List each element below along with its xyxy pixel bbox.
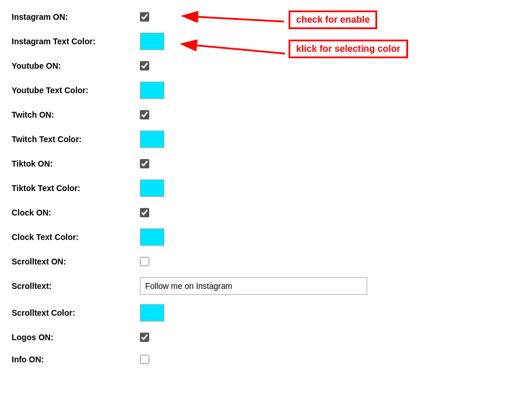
label-clock-on: Clock ON:	[12, 208, 140, 217]
row-twitch-on: Twitch ON:	[12, 104, 508, 126]
checkbox-logos-on[interactable]	[140, 333, 149, 342]
control-clock-color	[140, 228, 164, 246]
control-logos-on	[140, 333, 149, 342]
checkbox-info-on[interactable]	[140, 355, 149, 364]
label-tiktok-color: Tiktok Text Color:	[12, 183, 140, 193]
control-scrolltext	[140, 277, 367, 295]
row-twitch-color: Twitch Text Color:	[12, 126, 508, 153]
control-scrolltext-on	[140, 257, 149, 266]
row-scrolltext-color: Scrolltext Color:	[12, 299, 508, 326]
row-youtube-color: Youtube Text Color:	[12, 77, 508, 104]
control-clock-on	[140, 208, 149, 217]
label-info-on: Info ON:	[12, 355, 140, 364]
row-info-on: Info ON:	[12, 348, 508, 370]
control-tiktok-on	[140, 159, 149, 168]
label-clock-color: Clock Text Color:	[12, 232, 140, 242]
control-tiktok-color	[140, 179, 164, 197]
label-instagram-on: Instagram ON:	[12, 12, 140, 22]
row-scrolltext-on: Scrolltext ON:	[12, 250, 508, 273]
label-instagram-color: Instagram Text Color:	[12, 37, 140, 46]
row-instagram-on: Instagram ON:	[12, 6, 508, 28]
label-scrolltext-on: Scrolltext ON:	[12, 257, 140, 266]
checkbox-youtube-on[interactable]	[140, 61, 149, 70]
row-youtube-on: Youtube ON:	[12, 55, 508, 77]
color-button-twitch-color[interactable]	[140, 130, 164, 148]
label-youtube-on: Youtube ON:	[12, 61, 140, 70]
color-button-youtube-color[interactable]	[140, 82, 164, 99]
color-button-tiktok-color[interactable]	[140, 179, 164, 197]
row-logos-on: Logos ON:	[12, 326, 508, 348]
row-instagram-color: Instagram Text Color:	[12, 28, 508, 55]
checkbox-clock-on[interactable]	[140, 208, 149, 217]
control-twitch-color	[140, 130, 164, 148]
control-info-on	[140, 355, 149, 364]
label-youtube-color: Youtube Text Color:	[12, 86, 140, 95]
label-tiktok-on: Tiktok ON:	[12, 159, 140, 168]
control-youtube-on	[140, 61, 149, 70]
checkbox-scrolltext-on[interactable]	[140, 257, 149, 266]
text-input-scrolltext[interactable]	[140, 277, 367, 295]
checkbox-tiktok-on[interactable]	[140, 159, 149, 168]
control-instagram-color	[140, 33, 164, 50]
row-scrolltext: Scrolltext:	[12, 273, 508, 299]
label-scrolltext: Scrolltext:	[12, 281, 140, 291]
settings-container: Instagram ON:Instagram Text Color:Youtub…	[12, 6, 508, 370]
color-button-clock-color[interactable]	[140, 228, 164, 246]
checkbox-twitch-on[interactable]	[140, 110, 149, 119]
color-button-instagram-color[interactable]	[140, 33, 164, 50]
label-scrolltext-color: Scrolltext Color:	[12, 308, 140, 317]
label-logos-on: Logos ON:	[12, 333, 140, 342]
label-twitch-on: Twitch ON:	[12, 110, 140, 119]
row-tiktok-on: Tiktok ON:	[12, 153, 508, 175]
row-clock-on: Clock ON:	[12, 202, 508, 224]
control-instagram-on	[140, 12, 149, 22]
control-twitch-on	[140, 110, 149, 119]
control-youtube-color	[140, 82, 164, 99]
color-button-scrolltext-color[interactable]	[140, 304, 164, 322]
control-scrolltext-color	[140, 304, 164, 322]
label-twitch-color: Twitch Text Color:	[12, 135, 140, 144]
row-clock-color: Clock Text Color:	[12, 224, 508, 250]
row-tiktok-color: Tiktok Text Color:	[12, 175, 508, 202]
checkbox-instagram-on[interactable]	[140, 12, 149, 22]
